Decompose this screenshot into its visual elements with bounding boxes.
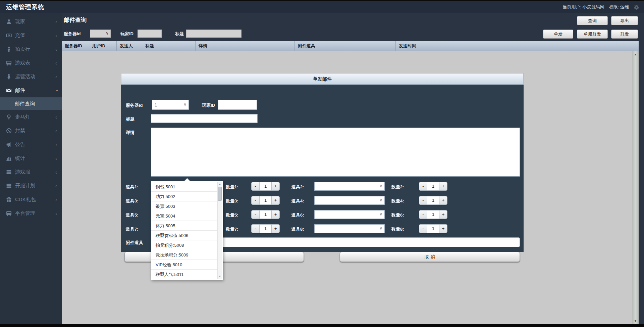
sidebar-item-10[interactable]: 游戏服‹ [0,165,62,179]
cancel-button[interactable]: 取 消 [340,252,520,262]
scroll-up-icon[interactable]: ▲ [632,52,639,57]
vertical-scrollbar[interactable]: ▲ ▼ [632,51,639,324]
filter-server-select[interactable]: ∨ [90,30,111,38]
filter-player-input[interactable] [138,30,162,38]
user-icon [6,19,12,25]
plus-button[interactable]: + [271,196,279,204]
query-button[interactable]: 查询 [577,16,608,25]
plus-button[interactable]: + [439,182,447,190]
chevron-left-icon: ‹ [55,142,57,147]
plus-button[interactable]: + [271,211,279,219]
quantity-value[interactable]: 1 [427,182,439,190]
minus-button[interactable]: - [252,211,260,219]
mail-icon [6,88,12,93]
minus-button[interactable]: - [252,182,260,190]
permission-label: 权限: 运维 [609,4,629,10]
modal-server-select[interactable]: 1 ∨ [152,100,189,110]
quantity-stepper-2a: -1+ [251,210,280,219]
chevron-down-icon: ∨ [379,184,382,188]
sidebar-item-6[interactable]: 走马灯‹ [0,110,62,124]
plus-button[interactable]: + [439,196,447,204]
sidebar-item-1[interactable]: 充值‹ [0,29,62,42]
dropdown-option[interactable]: VIP经验:5010 [151,260,217,270]
export-button[interactable]: 导出 [611,16,638,25]
sidebar-item-8[interactable]: 公告‹ [0,138,62,151]
scroll-down-icon[interactable]: ▼ [218,275,222,279]
dropdown-option[interactable]: 银票:5003 [151,201,217,211]
chevron-left-icon: ‹ [55,211,57,216]
dropdown-option[interactable]: 竞技场积分:5009 [151,250,217,260]
minus-button[interactable]: - [252,225,260,233]
quantity-value[interactable]: 1 [427,225,439,233]
minus-button[interactable]: - [252,196,260,204]
chevron-left-icon: ‹ [55,114,57,120]
person-icon [6,46,12,52]
quantity-value[interactable]: 1 [427,211,439,219]
plus-button[interactable]: + [439,211,447,219]
filter-title-label: 标题 [175,31,184,37]
bus-icon [6,60,12,66]
quantity-value[interactable]: 1 [427,196,439,204]
dropdown-option[interactable]: 体力:5005 [151,221,217,231]
server-icon [6,183,12,189]
sidebar-item-2[interactable]: 拍卖行‹ [0,42,62,56]
chevron-left-icon: ‹ [55,155,57,161]
quantity-stepper-1a: -1+ [251,196,280,205]
app-title: 运维管理系统 [6,3,44,11]
current-user-label: 当前用户: 小皮源码网 [563,4,604,10]
sidebar-item-9[interactable]: 统计‹ [0,151,62,165]
sidebar-item-5[interactable]: 邮件‹ [0,84,62,97]
bottom-bar [0,324,644,327]
modal-player-input[interactable] [218,100,257,110]
dropdown-option[interactable]: 拍卖积分:5008 [151,240,217,250]
item-select-8[interactable]: ∨ [314,224,385,233]
scrollbar-thumb[interactable] [218,187,222,201]
chevron-down-icon: ∨ [379,198,382,202]
item-select-4[interactable]: ∨ [314,196,385,205]
dropdown-option[interactable]: 功力:5002 [151,192,217,201]
chevron-left-icon: ‹ [55,46,57,52]
server-broadcast-button[interactable]: 单服群发 [577,30,608,39]
column-header: 服务器ID [62,41,89,51]
plus-button[interactable]: + [271,182,279,190]
quantity-value[interactable]: 1 [260,182,271,190]
quantity-stepper-0b: -1+ [419,182,447,191]
sidebar-item-11[interactable]: 开服计划‹ [0,179,62,193]
quantity-value[interactable]: 1 [260,211,271,219]
column-header: 附件道具 [295,41,396,51]
sidebar-item-13[interactable]: 平台管理‹ [0,206,62,220]
chevron-left-icon: ‹ [55,60,57,66]
single-send-button[interactable]: 单发 [543,30,573,39]
dropdown-option[interactable]: 元宝:5004 [151,211,217,221]
sidebar-item-0[interactable]: 玩家‹ [0,15,62,29]
dropdown-scrollbar[interactable]: ▲ ▼ [217,182,222,279]
sidebar-item-3[interactable]: 游戏表‹ [0,56,62,70]
minus-button[interactable]: - [419,182,427,190]
filter-title-input[interactable] [186,30,241,38]
dropdown-option[interactable]: 铜钱:5001 [151,182,217,192]
scroll-down-icon[interactable]: ▼ [632,318,639,324]
item-select-2[interactable]: ∨ [314,182,385,191]
minus-button[interactable]: - [419,211,427,219]
broadcast-button[interactable]: 群发 [611,30,638,39]
minus-button[interactable]: - [419,225,427,233]
sidebar-item-7[interactable]: 封禁‹ [0,124,62,138]
modal-detail-textarea[interactable] [151,128,520,177]
megaphone-icon [6,142,12,147]
plus-button[interactable]: + [439,225,447,233]
plus-button[interactable]: + [271,225,279,233]
chevron-left-icon: ‹ [55,74,57,80]
sidebar-item-12[interactable]: CDK礼包‹ [0,193,62,206]
dropdown-option[interactable]: 联盟贡献值:5006 [151,231,217,240]
sidebar-item-4[interactable]: 运营活动‹ [0,70,62,84]
quantity-value[interactable]: 1 [260,225,271,233]
quantity-value[interactable]: 1 [260,196,271,204]
gear-icon[interactable] [634,4,639,10]
minus-button[interactable]: - [419,196,427,204]
chart-icon [6,155,12,161]
item-select-6[interactable]: ∨ [314,210,385,219]
sidebar-subitem[interactable]: 邮件查询 [0,97,62,110]
scroll-up-icon[interactable]: ▲ [218,182,222,186]
dropdown-option[interactable]: 联盟人气:5011 [151,270,217,279]
modal-subject-input[interactable] [151,114,258,123]
